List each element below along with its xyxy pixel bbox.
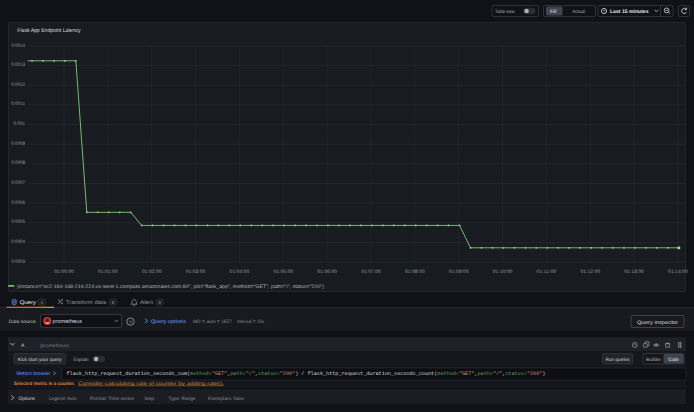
svg-text:Metrics browser: Metrics browser <box>16 371 50 377</box>
svg-text:path=: path= <box>230 371 245 377</box>
svg-text:0.0006: 0.0006 <box>11 200 25 206</box>
svg-text:0.0014: 0.0014 <box>11 43 25 49</box>
svg-text:): ) <box>542 371 545 377</box>
svg-text:01:02:00: 01:02:00 <box>142 269 162 275</box>
svg-text:Explain: Explain <box>74 357 89 363</box>
svg-text:Step:: Step: <box>144 396 155 401</box>
svg-text:Flask App Endpoint Latency: Flask App Endpoint Latency <box>17 27 80 34</box>
svg-text:Legend: Auto: Legend: Auto <box>49 396 77 401</box>
svg-text:01:12:00: 01:12:00 <box>580 269 600 275</box>
svg-text:0.0004: 0.0004 <box>11 239 25 245</box>
svg-text:01:14:00: 01:14:00 <box>668 269 688 275</box>
svg-text:0.0003: 0.0003 <box>11 259 25 265</box>
svg-text:01:11:00: 01:11:00 <box>537 269 557 275</box>
svg-text:Kick start your query: Kick start your query <box>18 357 63 363</box>
svg-text:) / flask_http_request_duratio: ) / flask_http_request_duration_seconds_… <box>295 371 437 377</box>
svg-text:01:03:00: 01:03:00 <box>186 269 206 275</box>
svg-text:0.001: 0.001 <box>14 121 26 127</box>
svg-text:?: ? <box>129 320 132 326</box>
svg-text:01:06:00: 01:06:00 <box>317 269 337 275</box>
svg-text:Interval = 15s: Interval = 15s <box>237 319 265 325</box>
svg-text:Fill: Fill <box>550 9 556 15</box>
svg-text:Builder: Builder <box>646 357 661 363</box>
svg-text:"/": "/" <box>246 371 255 377</box>
svg-text:Selected metric is a counter.: Selected metric is a counter. <box>14 381 76 387</box>
svg-text:Query inspector: Query inspector <box>637 320 678 326</box>
svg-text:Transform data: Transform data <box>66 300 106 306</box>
svg-text:01:13:00: 01:13:00 <box>624 269 644 275</box>
svg-text:"/": "/" <box>493 371 502 377</box>
svg-text:prometheus: prometheus <box>53 319 83 325</box>
svg-text:method=: method= <box>190 371 212 377</box>
svg-text:0.0009: 0.0009 <box>11 141 25 147</box>
svg-text:01:00:00: 01:00:00 <box>54 269 74 275</box>
svg-text:Run queries: Run queries <box>606 357 631 363</box>
svg-text:Query: Query <box>20 300 37 306</box>
svg-text:Code: Code <box>668 357 679 363</box>
svg-text:MD = auto = 1627: MD = auto = 1627 <box>193 319 232 325</box>
svg-text:"GET": "GET" <box>459 371 474 377</box>
svg-text:01:04:00: 01:04:00 <box>230 269 250 275</box>
svg-text:Actual: Actual <box>572 9 585 15</box>
svg-text:(prometheus): (prometheus) <box>40 343 69 349</box>
svg-text:status=: status= <box>258 371 280 377</box>
svg-text:Table view: Table view <box>495 9 515 15</box>
svg-text:path=: path= <box>477 371 492 377</box>
svg-text:Consider calculating rate of c: Consider calculating rate of counter by … <box>78 381 224 387</box>
svg-text:Type: Range: Type: Range <box>169 396 196 401</box>
svg-text:Query options: Query options <box>151 319 186 325</box>
svg-text:Alert: Alert <box>140 300 154 306</box>
svg-text:01:01:00: 01:01:00 <box>98 269 118 275</box>
svg-text:status=: status= <box>505 371 527 377</box>
svg-text:Data source: Data source <box>9 319 36 325</box>
svg-text:0.0011: 0.0011 <box>11 101 25 107</box>
svg-text:01:09:00: 01:09:00 <box>449 269 469 275</box>
svg-text:0.0013: 0.0013 <box>11 62 25 68</box>
svg-text:01:07:00: 01:07:00 <box>361 269 381 275</box>
svg-text:01:05:00: 01:05:00 <box>273 269 293 275</box>
svg-text:flask_http_request_duration_se: flask_http_request_duration_seconds_sum( <box>67 371 191 377</box>
svg-text:Last 15 minutes: Last 15 minutes <box>610 9 649 15</box>
svg-text:{instance="ec2-184-168-216-224: {instance="ec2-184-168-216-224.us-west-1… <box>17 284 324 290</box>
svg-text:0.0007: 0.0007 <box>11 180 25 186</box>
svg-text:01:08:00: 01:08:00 <box>405 269 425 275</box>
svg-text:01:10:00: 01:10:00 <box>493 269 513 275</box>
svg-text:"GET": "GET" <box>212 371 227 377</box>
svg-text:Format: Time series: Format: Time series <box>90 396 135 401</box>
svg-text:Exemplars: false: Exemplars: false <box>208 396 244 401</box>
svg-text:"200": "200" <box>280 371 295 377</box>
svg-text:0.0005: 0.0005 <box>11 219 25 225</box>
svg-text:Options: Options <box>19 396 36 402</box>
svg-text:"200": "200" <box>527 371 542 377</box>
svg-text:A: A <box>21 343 25 349</box>
svg-text:method=: method= <box>437 371 459 377</box>
svg-text:0.0012: 0.0012 <box>11 82 25 88</box>
svg-text:0.0008: 0.0008 <box>11 160 25 166</box>
